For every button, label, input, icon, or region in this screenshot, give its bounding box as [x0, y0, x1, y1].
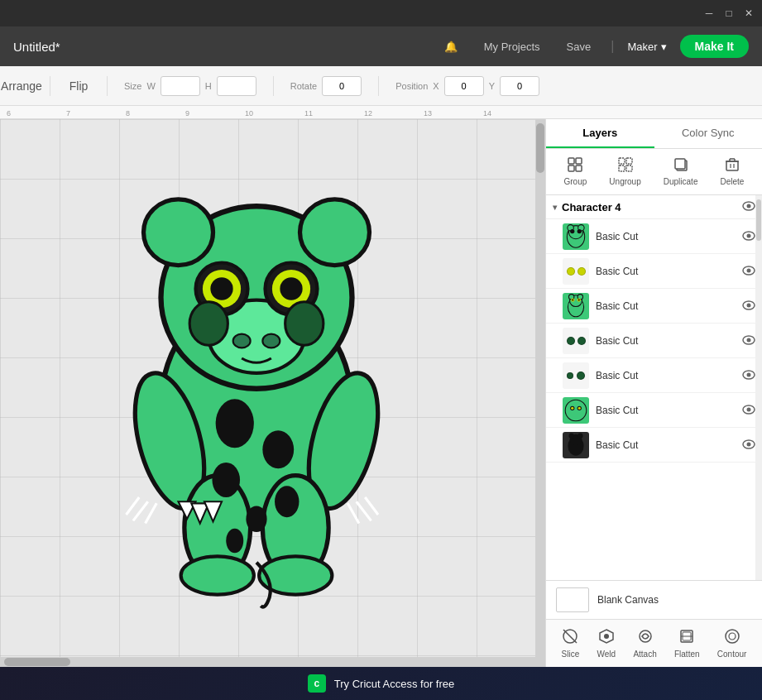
- svg-point-79: [565, 400, 587, 421]
- blank-canvas-thumb: [556, 587, 589, 612]
- svg-point-3: [300, 199, 370, 266]
- y-input[interactable]: [500, 76, 539, 96]
- flip-button[interactable]: Flip: [67, 74, 90, 98]
- flatten-label: Flatten: [674, 650, 700, 659]
- attach-button[interactable]: Attach: [628, 625, 661, 662]
- layer-item[interactable]: Basic Cut: [546, 358, 762, 393]
- height-input[interactable]: [217, 76, 256, 96]
- my-projects-button[interactable]: My Projects: [477, 37, 547, 56]
- layer-item[interactable]: Basic Cut: [546, 428, 762, 463]
- layer-eye-1[interactable]: [742, 230, 755, 243]
- svg-point-23: [212, 463, 240, 497]
- layer-item[interactable]: Basic Cut: [546, 219, 762, 254]
- layer-info-6: Basic Cut: [596, 405, 736, 416]
- group-eye-icon[interactable]: [742, 200, 755, 213]
- svg-point-101: [729, 633, 736, 640]
- toolbar-sep-1: [50, 76, 50, 96]
- svg-rect-45: [675, 159, 685, 169]
- group-header[interactable]: ▾ Character 4: [546, 195, 762, 219]
- layer-item[interactable]: Basic Cut: [546, 254, 762, 289]
- svg-point-95: [604, 634, 609, 639]
- blank-canvas-row[interactable]: Blank Canvas: [546, 580, 762, 619]
- duplicate-button[interactable]: Duplicate: [659, 154, 703, 189]
- svg-point-25: [246, 506, 266, 533]
- canvas-scrollbar-h[interactable]: [0, 657, 535, 667]
- contour-button[interactable]: Contour: [712, 625, 752, 662]
- rotate-input[interactable]: [322, 76, 362, 96]
- app-title: Untitled*: [13, 40, 424, 54]
- svg-point-12: [280, 277, 302, 300]
- delete-button[interactable]: Delete: [716, 154, 750, 189]
- svg-point-82: [571, 406, 573, 409]
- layer-name-4: Basic Cut: [596, 335, 736, 347]
- arrange-button[interactable]: Arrange: [10, 74, 33, 98]
- panel-toolbar: Group Ungroup Duplicate Delete: [546, 149, 762, 195]
- layer-item[interactable]: Basic Cut: [546, 393, 762, 428]
- svg-point-59: [570, 228, 574, 233]
- cricut-banner[interactable]: c Try Cricut Access for free: [0, 667, 762, 700]
- svg-point-54: [747, 204, 751, 209]
- width-input[interactable]: [161, 76, 200, 96]
- panel-scrollbar[interactable]: [755, 195, 762, 580]
- svg-point-21: [216, 399, 254, 448]
- canvas-area[interactable]: [0, 119, 545, 667]
- right-panel: Layers Color Sync Group Ungroup: [545, 119, 762, 667]
- attach-icon: [637, 628, 654, 648]
- tab-layers[interactable]: Layers: [546, 119, 654, 148]
- layer-info-5: Basic Cut: [596, 370, 736, 381]
- layer-eye-3[interactable]: [742, 300, 755, 313]
- close-button[interactable]: ✕: [742, 7, 755, 20]
- delete-label: Delete: [721, 177, 745, 186]
- weld-button[interactable]: Weld: [592, 625, 621, 662]
- arrange-group: Arrange: [10, 74, 33, 98]
- group-button[interactable]: Group: [559, 154, 592, 189]
- layer-info-7: Basic Cut: [596, 439, 736, 451]
- x-input[interactable]: [444, 76, 484, 96]
- layer-eye-7[interactable]: [742, 439, 755, 452]
- svg-point-83: [578, 406, 581, 409]
- contour-label: Contour: [717, 650, 747, 659]
- layer-item[interactable]: Basic Cut: [546, 324, 762, 358]
- layer-thumb-6: [563, 397, 589, 424]
- tab-color-sync[interactable]: Color Sync: [654, 119, 763, 148]
- svg-line-30: [365, 497, 378, 515]
- arrange-label: Arrange: [1, 79, 42, 93]
- minimize-button[interactable]: ─: [702, 7, 716, 20]
- layer-thumb-7: [563, 432, 589, 458]
- size-label: Size: [124, 81, 141, 91]
- layer-eye-6[interactable]: [742, 404, 755, 417]
- layers-container[interactable]: ▾ Character 4 Basic Cut: [546, 195, 762, 580]
- layer-name-3: Basic Cut: [596, 300, 736, 312]
- layer-item[interactable]: Basic Cut: [546, 289, 762, 324]
- toolbar-sep-2: [107, 76, 108, 96]
- svg-point-6: [262, 334, 280, 348]
- maker-dropdown[interactable]: Maker ▾: [627, 41, 666, 53]
- save-button[interactable]: Save: [560, 37, 598, 56]
- canvas-scrollbar-v[interactable]: [535, 119, 545, 667]
- flatten-button[interactable]: Flatten: [669, 625, 705, 662]
- duplicate-icon: [673, 157, 688, 175]
- scroll-handle-h[interactable]: [4, 658, 70, 666]
- header-actions: 🔔 My Projects Save | Maker ▾ Make It: [438, 35, 749, 58]
- h-label: H: [205, 81, 212, 91]
- svg-point-19: [181, 556, 254, 594]
- flatten-icon: [678, 628, 695, 648]
- svg-rect-36: [568, 158, 574, 164]
- slice-button[interactable]: Slice: [557, 625, 585, 662]
- size-group: Size W H: [124, 76, 256, 96]
- ungroup-button[interactable]: Ungroup: [604, 154, 645, 189]
- svg-point-9: [210, 277, 232, 300]
- layer-eye-2[interactable]: [742, 265, 755, 278]
- bell-icon[interactable]: 🔔: [438, 37, 464, 56]
- contour-icon: [724, 628, 740, 648]
- make-it-button[interactable]: Make It: [680, 35, 749, 58]
- layer-eye-5[interactable]: [742, 369, 755, 382]
- svg-line-27: [127, 497, 140, 515]
- group-name: Character 4: [562, 201, 737, 213]
- panel-scroll-handle[interactable]: [756, 199, 761, 241]
- maximize-button[interactable]: □: [722, 7, 736, 20]
- scroll-handle-v[interactable]: [536, 123, 544, 173]
- toolbar-sep-3: [273, 76, 274, 96]
- layer-eye-4[interactable]: [742, 334, 755, 348]
- header: Untitled* 🔔 My Projects Save | Maker ▾ M…: [0, 26, 762, 66]
